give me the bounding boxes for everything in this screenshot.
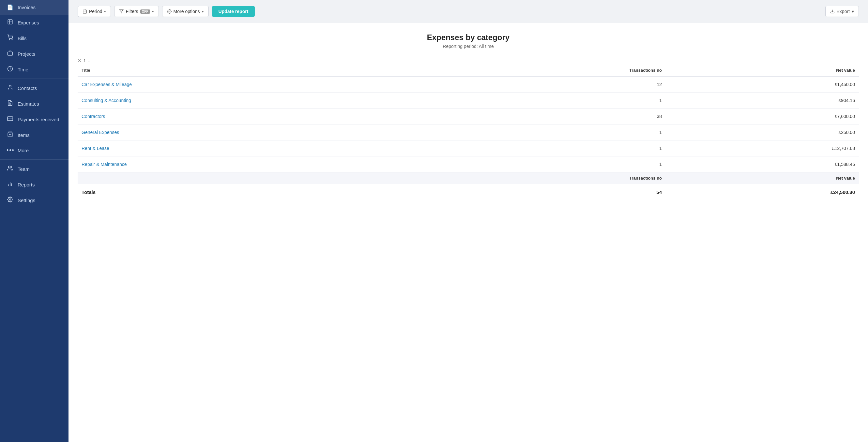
gear-icon: [167, 9, 172, 14]
row-transactions-1: 1: [425, 93, 666, 108]
more-options-chevron: ▾: [202, 9, 204, 14]
report-subtitle: Reporting period: All time: [78, 44, 859, 49]
sidebar-item-payments[interactable]: Payments received: [0, 111, 68, 127]
table-row: Repair & Maintenance 1 £1,588.46: [78, 157, 859, 172]
sort-down-icon[interactable]: ↓: [88, 58, 90, 63]
sort-controls: ✕ 1 ↓: [78, 56, 859, 65]
update-report-button[interactable]: Update report: [212, 6, 255, 17]
row-title-4[interactable]: Rent & Lease: [78, 140, 425, 157]
expenses-icon: [6, 19, 14, 26]
update-report-label: Update report: [219, 9, 249, 14]
period-label: Period: [89, 9, 102, 14]
row-net-value-5: £1,588.46: [666, 157, 859, 172]
sidebar-label-projects: Projects: [18, 51, 35, 57]
sidebar-label-estimates: Estimates: [18, 101, 39, 107]
filters-label: Filters: [126, 9, 138, 14]
items-icon: [6, 131, 14, 139]
more-options-label: More options: [174, 9, 200, 14]
sidebar-item-time[interactable]: Time: [0, 62, 68, 77]
footer-col-net-value: Net value: [666, 172, 859, 184]
sidebar-item-more[interactable]: ••• More: [0, 143, 68, 158]
sidebar-label-bills: Bills: [18, 36, 27, 41]
row-title-3[interactable]: General Expenses: [78, 125, 425, 140]
sidebar-item-contacts[interactable]: Contacts: [0, 80, 68, 96]
row-transactions-0: 12: [425, 76, 666, 93]
export-label: Export: [837, 9, 850, 14]
export-icon: [830, 9, 835, 14]
svg-point-0: [9, 39, 10, 40]
col-transactions: Transactions no: [425, 65, 666, 76]
invoices-icon: 📄: [6, 4, 14, 10]
totals-net-value: £24,500.30: [666, 184, 859, 200]
projects-icon: [6, 50, 14, 57]
sidebar-item-bills[interactable]: Bills: [0, 30, 68, 46]
sidebar-item-projects[interactable]: Projects: [0, 46, 68, 62]
table-row: Car Expenses & Mileage 12 £1,450.00: [78, 76, 859, 93]
export-button[interactable]: Export ▾: [825, 6, 859, 17]
svg-point-4: [9, 85, 11, 87]
report-title: Expenses by category: [78, 33, 859, 42]
col-title: Title: [78, 65, 425, 76]
row-title-0[interactable]: Car Expenses & Mileage: [78, 76, 425, 93]
sidebar: 📄 Invoices Expenses Bills Projects Time …: [0, 0, 68, 442]
svg-rect-2: [8, 52, 13, 56]
sidebar-item-team[interactable]: Team: [0, 161, 68, 177]
svg-marker-19: [120, 10, 124, 13]
period-chevron: ▾: [104, 9, 106, 14]
row-net-value-0: £1,450.00: [666, 76, 859, 93]
reports-icon: [6, 181, 14, 188]
table-row: Rent & Lease 1 £12,707.68: [78, 140, 859, 157]
sidebar-label-payments: Payments received: [18, 117, 59, 122]
calendar-icon: [83, 9, 87, 14]
svg-point-1: [12, 39, 12, 40]
sort-x-icon[interactable]: ✕: [78, 58, 82, 63]
report-content: Expenses by category Reporting period: A…: [68, 23, 868, 442]
sidebar-label-team: Team: [18, 166, 30, 172]
period-button[interactable]: Period ▾: [78, 6, 111, 17]
row-title-1[interactable]: Consulting & Accounting: [78, 93, 425, 108]
settings-icon: [6, 197, 14, 204]
row-net-value-3: £250.00: [666, 125, 859, 140]
sidebar-item-reports[interactable]: Reports: [0, 177, 68, 192]
sidebar-label-contacts: Contacts: [18, 86, 37, 91]
row-title-2[interactable]: Contractors: [78, 108, 425, 125]
row-net-value-4: £12,707.68: [666, 140, 859, 157]
row-title-5[interactable]: Repair & Maintenance: [78, 157, 425, 172]
totals-transactions: 54: [425, 184, 666, 200]
row-transactions-3: 1: [425, 125, 666, 140]
row-net-value-2: £7,600.00: [666, 108, 859, 125]
svg-rect-7: [7, 117, 13, 121]
table-row: Consulting & Accounting 1 £904.16: [78, 93, 859, 108]
more-options-button[interactable]: More options ▾: [162, 6, 209, 17]
bills-icon: [6, 35, 14, 42]
row-transactions-5: 1: [425, 157, 666, 172]
payments-icon: [6, 116, 14, 123]
svg-rect-15: [83, 10, 87, 13]
sidebar-item-invoices[interactable]: 📄 Invoices: [0, 0, 68, 15]
row-transactions-4: 1: [425, 140, 666, 157]
report-title-section: Expenses by category Reporting period: A…: [78, 23, 859, 56]
row-transactions-2: 38: [425, 108, 666, 125]
filters-button[interactable]: Filters OFF ▾: [114, 6, 158, 17]
sort-number: 1: [84, 58, 86, 63]
more-icon: •••: [6, 147, 14, 154]
filters-chevron: ▾: [152, 9, 154, 14]
toolbar: Period ▾ Filters OFF ▾ More options ▾ Up…: [68, 0, 868, 23]
sidebar-item-expenses[interactable]: Expenses: [0, 15, 68, 30]
contacts-icon: [6, 84, 14, 92]
filters-badge: OFF: [140, 9, 150, 14]
table-row: General Expenses 1 £250.00: [78, 125, 859, 140]
report-table: Title Transactions no Net value Car Expe…: [78, 65, 859, 200]
totals-row: Totals 54 £24,500.30: [78, 184, 859, 200]
totals-label: Totals: [78, 184, 425, 200]
svg-point-14: [9, 199, 11, 200]
sidebar-label-invoices: Invoices: [18, 5, 36, 10]
sidebar-item-estimates[interactable]: Estimates: [0, 96, 68, 111]
col-net-value: Net value: [666, 65, 859, 76]
row-net-value-1: £904.16: [666, 93, 859, 108]
estimates-icon: [6, 100, 14, 107]
table-header-row: Title Transactions no Net value: [78, 65, 859, 76]
svg-point-20: [168, 11, 170, 12]
sidebar-item-items[interactable]: Items: [0, 127, 68, 143]
sidebar-item-settings[interactable]: Settings: [0, 192, 68, 208]
